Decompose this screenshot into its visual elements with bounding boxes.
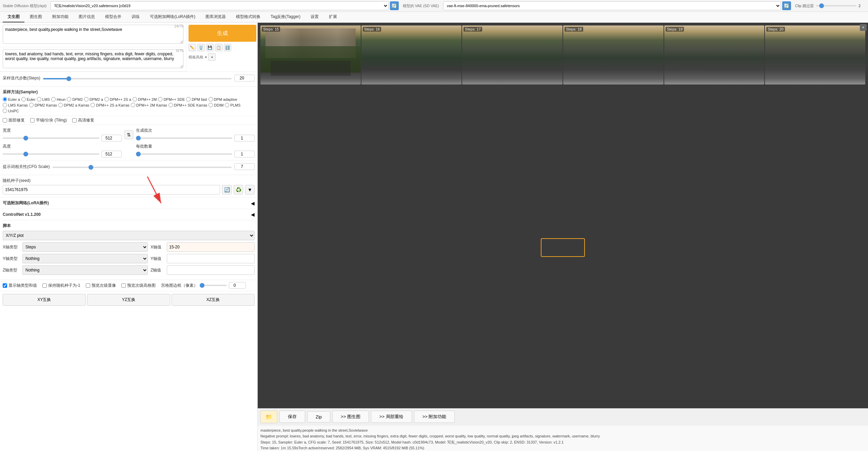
tab-lora[interactable]: 可选附加网络(LoRA插件) bbox=[145, 12, 200, 22]
trash-icon-btn[interactable]: 🗑️ bbox=[197, 44, 205, 51]
sampler-heun[interactable]: Heun bbox=[51, 97, 65, 101]
sampler-dpmpp2sakarras[interactable]: DPM++ 2S a Karras bbox=[91, 103, 129, 107]
batch-count-slider[interactable] bbox=[136, 137, 233, 139]
sampler-dpm2[interactable]: DPM2 bbox=[67, 97, 83, 101]
sampler-dpmpp2m[interactable]: DPM++ 2M bbox=[133, 97, 157, 101]
seed-refresh-btn[interactable]: 🔄 bbox=[222, 185, 232, 194]
width-input[interactable]: 512 bbox=[101, 135, 122, 142]
swap-dimensions-btn[interactable]: ⇅ bbox=[124, 130, 133, 139]
cfg-value-input[interactable]: 7 bbox=[234, 163, 255, 170]
batch-size-slider[interactable] bbox=[136, 153, 233, 155]
tab-img2img[interactable]: 图生图 bbox=[25, 12, 47, 22]
negative-prompt-input[interactable]: lowres, bad anatomy, bad hands, text, er… bbox=[3, 49, 183, 68]
save-btn[interactable]: 保存 bbox=[279, 411, 305, 423]
tab-train[interactable]: 训练 bbox=[127, 12, 144, 22]
tab-gallery[interactable]: 图库浏览器 bbox=[201, 12, 231, 22]
tab-convert[interactable]: 模型格式转换 bbox=[231, 12, 265, 22]
folder-btn[interactable]: 📁 bbox=[260, 411, 277, 423]
z-axis-select[interactable]: Nothing bbox=[22, 265, 148, 275]
seed-input[interactable] bbox=[3, 185, 220, 194]
sampler-lms[interactable]: LMS bbox=[37, 97, 50, 101]
sampler-dpm2akarras[interactable]: DPM2 a Karras bbox=[58, 103, 89, 107]
margin-slider[interactable] bbox=[200, 285, 227, 286]
steps-strip: Steps: 15 Steps: 16 Steps: 17 bbox=[258, 23, 868, 87]
xz-swap-btn[interactable]: XZ互换 bbox=[172, 294, 255, 306]
lora-collapse-btn[interactable]: ◀ bbox=[251, 201, 255, 206]
face-restore-check[interactable]: 面部修复 bbox=[3, 117, 25, 123]
hires-fix-check[interactable]: 高清修复 bbox=[72, 117, 94, 123]
tab-extras[interactable]: 附加功能 bbox=[47, 12, 73, 22]
width-slider[interactable] bbox=[3, 137, 99, 139]
sampler-dpmppsdekarras[interactable]: DPM++ SDE Karras bbox=[169, 103, 207, 107]
sampler-dpmadaptive[interactable]: DPM adaptive bbox=[209, 97, 237, 101]
clip-slider[interactable] bbox=[816, 5, 856, 6]
sampler-euler-a[interactable]: Euler a bbox=[3, 97, 20, 101]
cfg-slider[interactable] bbox=[53, 167, 232, 168]
steps-value-input[interactable]: 20 bbox=[234, 75, 255, 81]
width-control: 512 bbox=[3, 135, 122, 142]
keep-seed-label: 保持随机种子为-1 bbox=[48, 283, 80, 288]
tab-txt2img[interactable]: 文生图 bbox=[3, 12, 24, 22]
y-axis-select[interactable]: Nothing bbox=[22, 254, 148, 263]
preview-grid-check[interactable]: 预览次级高格图 bbox=[121, 283, 156, 288]
lora-header[interactable]: 可选附加网络(LoRA插件) ◀ bbox=[3, 200, 255, 206]
script-select[interactable]: X/Y/Z plot bbox=[3, 231, 255, 240]
zip-btn[interactable]: Zip bbox=[307, 411, 330, 422]
tab-settings[interactable]: 设置 bbox=[306, 12, 323, 22]
preview-lowres-check[interactable]: 预览次级显像 bbox=[86, 283, 116, 288]
show-axis-check[interactable]: 显示轴类型和值 bbox=[3, 283, 37, 288]
seed-recycle-btn[interactable]: ♻️ bbox=[234, 185, 243, 194]
close-panel-btn[interactable]: × bbox=[860, 24, 867, 31]
sampler-dpm2a[interactable]: DPM2 a bbox=[84, 97, 103, 101]
tab-extensions[interactable]: 扩展 bbox=[324, 12, 342, 22]
z-value-input[interactable] bbox=[167, 265, 255, 275]
xy-swap-btn[interactable]: XY互换 bbox=[3, 294, 86, 306]
checkboxes-row: 面部修复 平铺/分块 (Tiling) 高清修复 bbox=[0, 116, 257, 125]
batch-size-input[interactable]: 1 bbox=[234, 151, 255, 157]
sampler-unipc[interactable]: UniPC bbox=[3, 109, 19, 113]
model-refresh-btn[interactable]: 🔄 bbox=[390, 1, 399, 10]
info-icon-btn[interactable]: ℹ️ bbox=[224, 44, 231, 51]
margin-value-input[interactable] bbox=[229, 282, 246, 289]
x-axis-select[interactable]: Steps bbox=[22, 242, 148, 252]
save-icon-btn[interactable]: 💾 bbox=[206, 44, 214, 51]
positive-prompt-input[interactable]: masterpiece, best quality,people walking… bbox=[3, 25, 183, 44]
tab-tagger[interactable]: Tag反推(Tagger) bbox=[266, 12, 305, 22]
width-label: 宽度 bbox=[3, 128, 122, 133]
steps-slider[interactable] bbox=[43, 78, 232, 79]
sampler-lmskarras[interactable]: LMS Karras bbox=[3, 103, 28, 107]
paste-icon-btn[interactable]: ✏️ bbox=[189, 44, 196, 51]
sampler-dpm2karras[interactable]: DPM2 Karras bbox=[29, 103, 57, 107]
sampler-ddim[interactable]: DDIM bbox=[209, 103, 223, 107]
sampler-euler[interactable]: Euler bbox=[21, 97, 36, 101]
vae-select[interactable]: vae-ft-mse-840000-ema-pruned.safetensors bbox=[443, 1, 781, 10]
controlnet-header[interactable]: ControlNet v1.1.200 ◀ bbox=[3, 212, 255, 217]
sampler-dpmpp2mkarras[interactable]: DPM++ 2M Karras bbox=[131, 103, 167, 107]
hires-fix-label: 高清修复 bbox=[78, 117, 94, 123]
inpaint-btn[interactable]: >> 局部重绘 bbox=[371, 411, 412, 423]
tiling-check[interactable]: 平铺/分块 (Tiling) bbox=[30, 117, 67, 123]
style-template-x-btn[interactable]: × bbox=[205, 55, 207, 59]
height-slider[interactable] bbox=[3, 153, 99, 155]
tab-model-merge[interactable]: 模型合并 bbox=[100, 12, 126, 22]
style-template-add-btn[interactable]: + bbox=[208, 53, 216, 61]
img2img-btn[interactable]: >> 图生图 bbox=[332, 411, 369, 423]
generate-btn[interactable]: 生成 bbox=[189, 25, 256, 42]
sampler-dpmppsde[interactable]: DPM++ SDE bbox=[158, 97, 185, 101]
sampler-dpmpp2sa[interactable]: DPM++ 2S a bbox=[104, 97, 131, 101]
tab-png-info[interactable]: 图片信息 bbox=[74, 12, 100, 22]
batch-count-input[interactable]: 1 bbox=[234, 135, 255, 142]
vae-refresh-btn[interactable]: 🔄 bbox=[782, 1, 791, 10]
x-value-input[interactable] bbox=[167, 242, 255, 252]
keep-seed-check[interactable]: 保持随机种子为-1 bbox=[42, 283, 80, 288]
height-input[interactable]: 512 bbox=[101, 151, 122, 157]
sampler-plms[interactable]: PLMS bbox=[225, 103, 240, 107]
seed-extra-btn[interactable]: ▼ bbox=[245, 185, 255, 194]
yz-swap-btn[interactable]: YZ互换 bbox=[87, 294, 170, 306]
sampler-dpmfast[interactable]: DPM fast bbox=[186, 97, 207, 101]
copy-icon-btn[interactable]: 📋 bbox=[215, 44, 222, 51]
model-select[interactable]: 写实/realisticVision20_v20.safetensors [c0… bbox=[51, 1, 388, 10]
controlnet-collapse-btn[interactable]: ◀ bbox=[251, 212, 255, 217]
y-value-input[interactable] bbox=[167, 254, 255, 263]
extras-btn[interactable]: >> 附加功能 bbox=[414, 411, 455, 423]
